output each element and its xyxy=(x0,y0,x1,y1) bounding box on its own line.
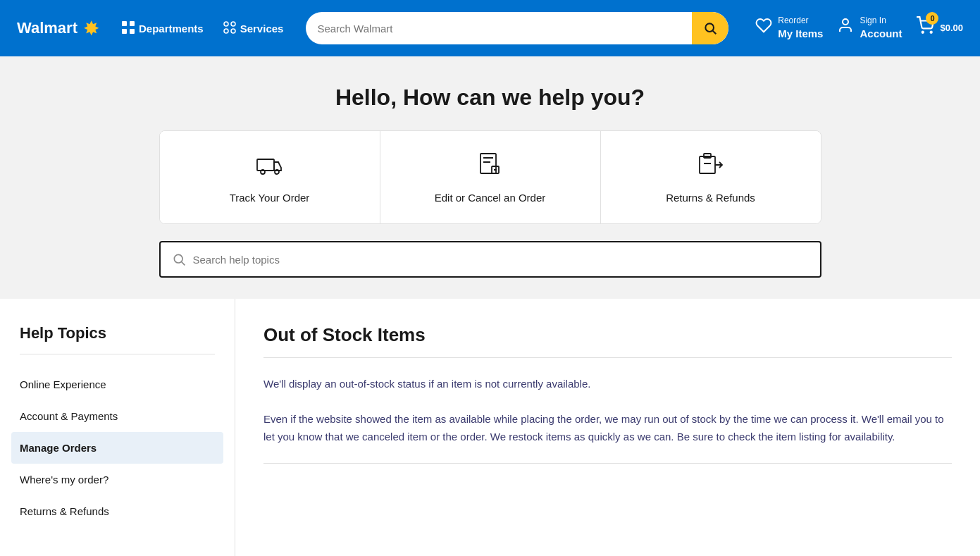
sidebar-item-account-payments[interactable]: Account & Payments xyxy=(20,400,215,432)
main-search xyxy=(306,12,728,44)
cart-button[interactable]: 0 $0.00 xyxy=(916,16,963,40)
svg-point-10 xyxy=(843,19,848,25)
search-input[interactable] xyxy=(306,23,692,35)
sidebar-items-list: Online Experience Account & Payments Man… xyxy=(20,369,215,527)
cart-price-label: $0.00 xyxy=(940,23,963,35)
sidebar-item-returns-refunds[interactable]: Returns & Refunds xyxy=(20,495,215,527)
services-label: Services xyxy=(240,23,284,35)
svg-line-24 xyxy=(181,262,185,266)
help-search-bar xyxy=(159,241,821,278)
sidebar-item-manage-orders[interactable]: Manage Orders xyxy=(11,432,223,464)
heart-icon xyxy=(755,17,772,39)
sidebar-item-online-experience[interactable]: Online Experience xyxy=(20,369,215,400)
article-divider xyxy=(263,463,952,464)
svg-point-12 xyxy=(931,32,932,33)
logo-wordmark: Walmart xyxy=(17,19,77,37)
logo-spark-icon: ✸ xyxy=(83,17,99,40)
services-grid-icon xyxy=(223,21,236,36)
help-search-icon xyxy=(172,252,186,266)
svg-point-23 xyxy=(174,254,182,263)
cart-count-badge: 0 xyxy=(926,12,938,25)
user-icon xyxy=(837,17,854,39)
header-actions: Reorder My Items Sign In Account xyxy=(755,16,963,40)
svg-rect-16 xyxy=(480,154,496,173)
article-content: Out of Stock Items We'll display an out-… xyxy=(235,299,980,556)
svg-point-5 xyxy=(231,22,235,26)
signin-top-label: Sign In xyxy=(860,16,902,27)
sidebar: Help Topics Online Experience Account & … xyxy=(0,299,235,556)
edit-order-label: Edit or Cancel an Order xyxy=(435,192,546,204)
site-header: Walmart ✸ Departments xyxy=(0,0,980,56)
sidebar-heading: Help Topics xyxy=(20,324,215,354)
help-banner: Hello, How can we help you? Track Your O… xyxy=(0,56,980,299)
svg-rect-19 xyxy=(700,156,715,173)
truck-icon xyxy=(256,151,284,182)
edit-order-icon xyxy=(476,151,504,182)
article-paragraph-2: Even if the website showed the item as a… xyxy=(263,410,952,446)
departments-grid-icon xyxy=(122,21,135,36)
help-heading: Hello, How can we help you? xyxy=(14,85,966,111)
edit-order-card[interactable]: Edit or Cancel an Order xyxy=(380,131,601,223)
walmart-logo[interactable]: Walmart ✸ xyxy=(17,17,99,40)
returns-label: Returns & Refunds xyxy=(666,192,755,204)
cart-icon: 0 xyxy=(916,16,934,40)
departments-label: Departments xyxy=(139,23,204,35)
svg-point-6 xyxy=(224,29,228,33)
svg-rect-13 xyxy=(257,159,274,171)
track-order-label: Track Your Order xyxy=(230,192,310,204)
help-cards-container: Track Your Order Edit or Cancel an Order xyxy=(159,130,821,224)
svg-point-11 xyxy=(922,32,924,33)
svg-point-15 xyxy=(275,170,279,174)
services-button[interactable]: Services xyxy=(215,16,292,42)
svg-point-8 xyxy=(706,23,714,32)
signin-bottom-label: Account xyxy=(860,27,902,41)
help-search-input[interactable] xyxy=(193,254,809,266)
svg-rect-2 xyxy=(122,29,127,34)
svg-point-4 xyxy=(224,22,228,26)
returns-card[interactable]: Returns & Refunds xyxy=(601,131,821,223)
svg-line-9 xyxy=(713,31,717,35)
reorder-top-label: Reorder xyxy=(778,16,823,27)
article-heading: Out of Stock Items xyxy=(263,324,952,358)
svg-rect-3 xyxy=(130,29,135,34)
article-paragraph-1: We'll display an out-of-stock status if … xyxy=(263,375,952,393)
svg-point-7 xyxy=(231,29,235,33)
departments-button[interactable]: Departments xyxy=(113,16,212,42)
svg-point-14 xyxy=(261,170,265,174)
svg-rect-20 xyxy=(704,154,711,158)
sidebar-item-wheres-my-order[interactable]: Where's my order? xyxy=(20,464,215,495)
main-nav: Departments Services xyxy=(113,16,292,42)
reorder-button[interactable]: Reorder My Items xyxy=(755,16,823,40)
search-button[interactable] xyxy=(692,12,728,44)
main-content: Help Topics Online Experience Account & … xyxy=(0,299,980,556)
reorder-bottom-label: My Items xyxy=(778,27,823,41)
track-order-card[interactable]: Track Your Order xyxy=(160,131,380,223)
svg-rect-0 xyxy=(122,21,127,26)
signin-button[interactable]: Sign In Account xyxy=(837,16,902,40)
returns-icon xyxy=(697,151,725,182)
svg-rect-1 xyxy=(130,21,135,26)
